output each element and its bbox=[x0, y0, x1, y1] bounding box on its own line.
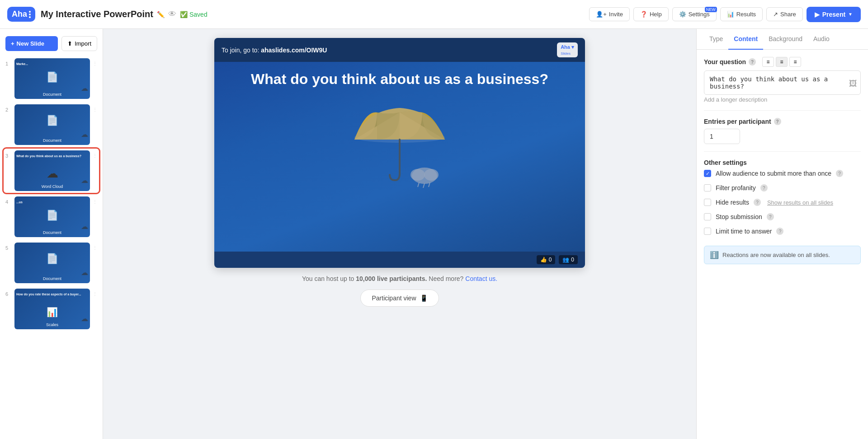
limit-time-help[interactable]: ? bbox=[776, 228, 783, 235]
people-icon: 👥 bbox=[562, 257, 569, 263]
slide-item-2[interactable]: 2 📄 Document ☁ ⋮ bbox=[4, 103, 99, 147]
play-icon: ▶ bbox=[815, 11, 820, 18]
limit-time-checkbox[interactable] bbox=[704, 228, 711, 235]
entries-input[interactable] bbox=[704, 129, 740, 144]
entries-section: Entries per participant ? bbox=[704, 118, 861, 144]
info-text-1: You can host up to bbox=[302, 275, 356, 282]
share-label: Share bbox=[780, 11, 796, 18]
logo[interactable]: Aha bbox=[7, 7, 35, 22]
drag-handle-2: ⋮ bbox=[93, 107, 97, 112]
aha-logo-small: Aha ▾Slides bbox=[557, 42, 578, 57]
align-right-button[interactable]: ≡ bbox=[789, 57, 801, 67]
question-help-icon[interactable]: ? bbox=[749, 58, 756, 65]
new-slide-label: New Slide bbox=[17, 40, 44, 47]
slide-item-4[interactable]: 4 ...us 📄 Document ☁ ⋮ bbox=[4, 195, 99, 239]
present-button[interactable]: ▶ Present ▼ bbox=[807, 7, 861, 22]
info-circle-icon: ℹ️ bbox=[710, 251, 719, 259]
hide-results-help[interactable]: ? bbox=[754, 199, 761, 206]
slide-content: What do you think about us as a business… bbox=[214, 62, 585, 252]
filter-profanity-checkbox[interactable] bbox=[704, 184, 711, 191]
slide-thumb-5: 📄 Document ☁ bbox=[14, 243, 90, 283]
settings-button[interactable]: ⚙️ Settings NEW bbox=[672, 7, 717, 21]
sidebar: + New Slide ⬆ Import 1 Marke... 📄 Docume… bbox=[0, 29, 103, 439]
slide-question-text: What do you think about us as a business… bbox=[251, 71, 548, 88]
edit-icon[interactable]: ✏️ bbox=[157, 11, 165, 18]
allow-multiple-checkbox[interactable]: ✓ bbox=[704, 170, 711, 177]
audience-count: 👥 0 bbox=[559, 255, 578, 264]
slide-item-3[interactable]: 3 What do you think about us as a busine… bbox=[4, 149, 99, 193]
slide-item-1[interactable]: 1 Marke... 📄 Document ☁ ⋮ bbox=[4, 56, 99, 101]
slide-label-2: Document bbox=[43, 136, 61, 143]
tab-type[interactable]: Type bbox=[704, 29, 728, 50]
import-label: Import bbox=[75, 40, 91, 47]
info-text-2: Need more? bbox=[429, 275, 465, 282]
tab-background-label: Background bbox=[769, 35, 802, 42]
stop-submission-checkbox[interactable] bbox=[704, 213, 711, 220]
tab-content[interactable]: Content bbox=[728, 29, 763, 50]
slide-number-5: 5 bbox=[5, 245, 12, 251]
reactions-info-box: ℹ️ Reactions are now available on all sl… bbox=[704, 246, 861, 264]
slide-list: 1 Marke... 📄 Document ☁ ⋮ 2 📄 Docume bbox=[0, 56, 103, 331]
show-results-link[interactable]: Show results on all slides bbox=[767, 199, 833, 206]
question-input[interactable]: What do you think about us as a business… bbox=[704, 70, 861, 95]
tab-content-label: Content bbox=[734, 35, 758, 42]
allow-multiple-label: Allow audience to submit more than once bbox=[716, 170, 831, 177]
clouds-icon-5: ☁ bbox=[81, 268, 88, 277]
slide-number-6: 6 bbox=[5, 291, 12, 297]
filter-profanity-row: Filter profanity ? bbox=[704, 181, 861, 195]
info-bar: You can host up to 10,000 live participa… bbox=[302, 275, 497, 282]
saved-badge: ✅ Saved bbox=[180, 11, 208, 18]
share-button[interactable]: ↗ Share bbox=[766, 7, 803, 21]
slide-item-6[interactable]: 6 How do you rate these aspects of a buy… bbox=[4, 287, 99, 331]
import-button[interactable]: ⬆ Import bbox=[61, 36, 97, 51]
slide-preview-header: To join, go to: ahaslides.com/OIW9U Aha … bbox=[214, 38, 585, 62]
tab-audio[interactable]: Audio bbox=[808, 29, 835, 50]
filter-profanity-label: Filter profanity bbox=[716, 184, 756, 191]
eye-icon[interactable]: 👁 bbox=[168, 9, 176, 19]
other-settings-title: Other settings bbox=[704, 159, 861, 166]
new-slide-button[interactable]: + New Slide bbox=[5, 36, 58, 51]
help-icon: ❓ bbox=[640, 11, 647, 18]
entries-text: Entries per participant bbox=[704, 118, 771, 125]
stop-submission-help[interactable]: ? bbox=[767, 213, 774, 220]
slide-number-4: 4 bbox=[5, 199, 12, 205]
add-image-button[interactable]: 🖼 bbox=[849, 79, 857, 88]
logo-dots bbox=[29, 11, 31, 18]
slide-item-5[interactable]: 5 📄 Document ☁ ⋮ bbox=[4, 241, 99, 285]
vote-number: 0 bbox=[549, 257, 552, 263]
tab-audio-label: Audio bbox=[813, 35, 830, 42]
slide-thumb-1: Marke... 📄 Document ☁ bbox=[14, 58, 90, 99]
participant-limit: 10,000 live participants. bbox=[356, 275, 427, 282]
sidebar-top-actions: + New Slide ⬆ Import bbox=[0, 33, 103, 56]
clouds-icon-4: ☁ bbox=[81, 222, 88, 231]
slide-footer: 👍 0 👥 0 bbox=[214, 252, 585, 268]
participant-view-button[interactable]: Participant view 📱 bbox=[360, 290, 439, 307]
slide-label-4: Document bbox=[43, 228, 61, 235]
align-left-button[interactable]: ≡ bbox=[762, 57, 774, 67]
tab-background[interactable]: Background bbox=[763, 29, 808, 50]
add-description-link[interactable]: Add a longer description bbox=[704, 96, 861, 103]
contact-link[interactable]: Contact us. bbox=[465, 275, 497, 282]
participant-view-label: Participant view bbox=[372, 294, 416, 302]
hide-results-checkbox[interactable] bbox=[704, 199, 711, 206]
participant-count: 👍 0 👥 0 bbox=[537, 255, 578, 264]
scales-icon-6: 📊 bbox=[47, 307, 58, 318]
allow-multiple-help[interactable]: ? bbox=[836, 170, 843, 177]
results-icon: 📊 bbox=[727, 11, 734, 18]
doc-icon-2: 📄 bbox=[46, 115, 58, 126]
join-text: To join, go to: ahaslides.com/OIW9U bbox=[222, 47, 327, 54]
help-button[interactable]: ❓ Help bbox=[633, 7, 669, 21]
slide-label-6: Scales bbox=[46, 320, 58, 327]
clouds-icon-6: ☁ bbox=[81, 314, 88, 323]
align-center-button[interactable]: ≡ bbox=[776, 57, 788, 67]
your-question-label: Your question ? ≡ ≡ ≡ bbox=[704, 57, 861, 67]
invite-button[interactable]: 👤+ Invite bbox=[589, 7, 630, 21]
saved-text: Saved bbox=[189, 11, 208, 18]
filter-profanity-help[interactable]: ? bbox=[760, 184, 768, 191]
drag-handle-4: ⋮ bbox=[93, 199, 97, 204]
results-button[interactable]: 📊 Results bbox=[720, 7, 763, 21]
your-question-text: Your question bbox=[704, 58, 746, 65]
entries-help-icon[interactable]: ? bbox=[774, 118, 781, 125]
cloud-icon-3: ☁ bbox=[47, 167, 58, 181]
chevron-down-icon: ▼ bbox=[848, 12, 853, 17]
